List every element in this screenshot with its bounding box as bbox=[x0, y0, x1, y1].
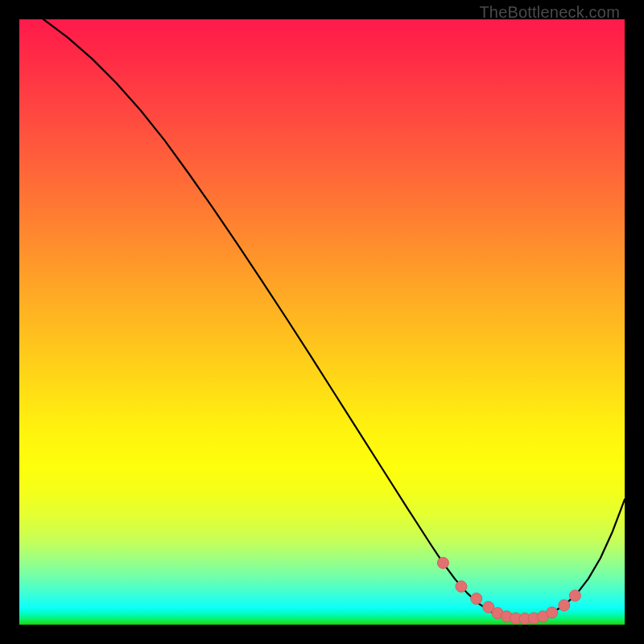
marker-point bbox=[456, 581, 467, 592]
bottleneck-curve-line bbox=[19, 19, 625, 618]
marker-point bbox=[471, 593, 482, 605]
marker-point bbox=[569, 590, 580, 601]
marker-point bbox=[547, 607, 558, 618]
outer-frame: TheBottleneck.com bbox=[0, 0, 644, 644]
marker-point bbox=[559, 600, 570, 611]
chart-overlay-svg bbox=[19, 19, 625, 625]
marker-point bbox=[437, 557, 448, 568]
plot-area bbox=[19, 19, 625, 625]
marker-group bbox=[437, 557, 580, 624]
watermark-text: TheBottleneck.com bbox=[479, 3, 620, 22]
